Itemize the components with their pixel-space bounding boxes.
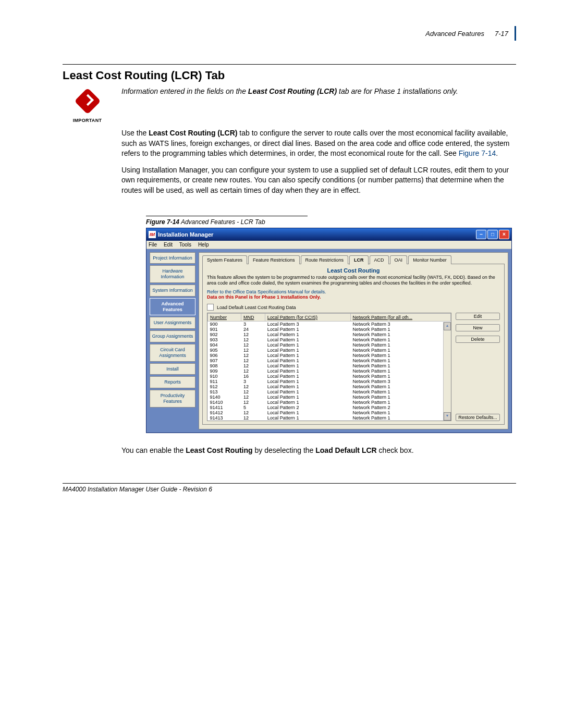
lcr-table[interactable]: NumberMNDLocal Pattern (for CCIS)Network… [207, 313, 451, 421]
app-icon: IM [149, 231, 156, 238]
menu-edit[interactable]: Edit [164, 242, 173, 248]
column-header[interactable]: Number [208, 314, 241, 322]
panel-description: This feature allows the system to be pro… [207, 275, 500, 287]
sidebar-item[interactable]: User Assignments [150, 317, 195, 329]
delete-button[interactable]: Delete [456, 336, 500, 343]
panel-note-phase1: Data on this Panel is for Phase 1 Instal… [207, 294, 500, 300]
menu-bar: File Edit Tools Help [146, 241, 511, 249]
header-page: 7-17 [484, 30, 508, 38]
page-footer: MA4000 Installation Manager User Guide -… [63, 483, 516, 493]
minimize-button[interactable]: – [476, 230, 486, 239]
important-callout: IMPORTANT [63, 87, 112, 123]
scrollbar[interactable]: ▴ ▾ [443, 322, 451, 421]
window-title: Installation Manager [158, 231, 213, 238]
sidebar-item[interactable]: Productivity Features [150, 390, 195, 408]
page-title: Least Cost Routing (LCR) Tab [63, 64, 516, 82]
table-row[interactable]: 90212Local Pattern 1Network Pattern 1 [208, 332, 451, 337]
table-row[interactable]: 9141312Local Pattern 1Network Pattern 1 [208, 415, 451, 421]
paragraph-3: You can enable the Least Cost Routing by… [121, 446, 516, 456]
table-row[interactable]: 90812Local Pattern 1Network Pattern 1 [208, 363, 451, 368]
tab[interactable]: ACD [370, 255, 389, 264]
load-default-checkbox[interactable] [207, 304, 214, 311]
new-button[interactable]: New [456, 324, 500, 331]
tab[interactable]: System Features [202, 255, 247, 264]
scroll-down-icon[interactable]: ▾ [444, 412, 451, 421]
sidebar-item[interactable]: Hardware Information [150, 265, 195, 283]
close-button[interactable]: × [499, 230, 509, 239]
table-row[interactable]: 90612Local Pattern 1Network Pattern 1 [208, 353, 451, 358]
table-row[interactable]: 9113Local Pattern 1Network Pattern 3 [208, 379, 451, 384]
figure-caption: Figure 7-14 Advanced Features - LCR Tab [146, 216, 308, 226]
column-header[interactable]: Network Pattern (for all oth... [350, 314, 451, 322]
page-header: Advanced Features 7-17 [63, 26, 516, 41]
sidebar-item[interactable]: Group Assignments [150, 330, 195, 342]
sidebar-item[interactable]: Reports [150, 376, 195, 388]
important-icon [74, 88, 101, 115]
table-row[interactable]: 90512Local Pattern 1Network Pattern 1 [208, 348, 451, 353]
load-default-label: Load Default Least Cost Routing Data [217, 305, 296, 310]
sidebar-item[interactable]: Project Information [150, 252, 195, 264]
table-row[interactable]: 9003Local Pattern 3Network Pattern 3 [208, 322, 451, 327]
tab[interactable]: Monitor Number [408, 255, 451, 264]
menu-tools[interactable]: Tools [179, 242, 191, 248]
table-row[interactable]: 91312Local Pattern 1Network Pattern 1 [208, 389, 451, 394]
tab[interactable]: Route Restrictions [301, 255, 349, 264]
sidebar-item[interactable]: Circuit Card Assignments [150, 344, 195, 362]
sidebar: Project InformationHardware InformationS… [150, 252, 195, 430]
table-row[interactable]: 91212Local Pattern 1Network Pattern 1 [208, 384, 451, 389]
tab[interactable]: OAI [390, 255, 408, 264]
maximize-button[interactable]: □ [487, 230, 498, 239]
table-row[interactable]: 90912Local Pattern 1Network Pattern 1 [208, 368, 451, 374]
important-label: IMPORTANT [63, 118, 112, 123]
header-section: Advanced Features [425, 30, 484, 38]
table-row[interactable]: 90712Local Pattern 1Network Pattern 1 [208, 358, 451, 363]
tab-row: System FeaturesFeature RestrictionsRoute… [202, 255, 505, 264]
table-row[interactable]: 91016Local Pattern 1Network Pattern 1 [208, 374, 451, 379]
sidebar-item[interactable]: System Information [150, 285, 195, 297]
edit-button[interactable]: Edit [456, 313, 500, 320]
scroll-up-icon[interactable]: ▴ [444, 322, 451, 330]
installation-manager-window: IM Installation Manager – □ × File Edit … [146, 228, 512, 434]
tab-content-lcr: Least Cost Routing This feature allows t… [202, 264, 505, 425]
figure-link[interactable]: Figure 7-14 [459, 149, 496, 157]
table-row[interactable]: 9141212Local Pattern 1Network Pattern 1 [208, 410, 451, 415]
paragraph-1: Use the Least Cost Routing (LCR) tab to … [121, 128, 516, 159]
table-row[interactable]: 90412Local Pattern 1Network Pattern 1 [208, 342, 451, 348]
intro-italic: Information entered in the fields on the… [121, 87, 516, 97]
tab[interactable]: Feature Restrictions [248, 255, 300, 264]
panel-note-manual: Refer to the Office Data Specifications … [207, 289, 500, 294]
table-row[interactable]: 914115Local Pattern 2Network Pattern 2 [208, 405, 451, 410]
column-header[interactable]: Local Pattern (for CCIS) [265, 314, 350, 322]
column-header[interactable]: MND [241, 314, 265, 322]
tab[interactable]: LCR [349, 255, 369, 265]
menu-file[interactable]: File [149, 242, 157, 248]
table-row[interactable]: 9141012Local Pattern 1Network Pattern 1 [208, 400, 451, 405]
table-row[interactable]: 90312Local Pattern 1Network Pattern 1 [208, 337, 451, 342]
window-titlebar[interactable]: IM Installation Manager – □ × [146, 228, 511, 241]
table-row[interactable]: 914012Local Pattern 1Network Pattern 1 [208, 394, 451, 400]
menu-help[interactable]: Help [198, 242, 209, 248]
table-row[interactable]: 90124Local Pattern 1Network Pattern 1 [208, 327, 451, 332]
sidebar-item[interactable]: Advanced Features [150, 298, 195, 316]
paragraph-2: Using Installation Manager, you can conf… [121, 165, 516, 196]
restore-defaults-button[interactable]: Restore Defaults... [456, 414, 500, 421]
sidebar-item[interactable]: Install [150, 363, 195, 375]
panel-title: Least Cost Routing [207, 267, 500, 274]
